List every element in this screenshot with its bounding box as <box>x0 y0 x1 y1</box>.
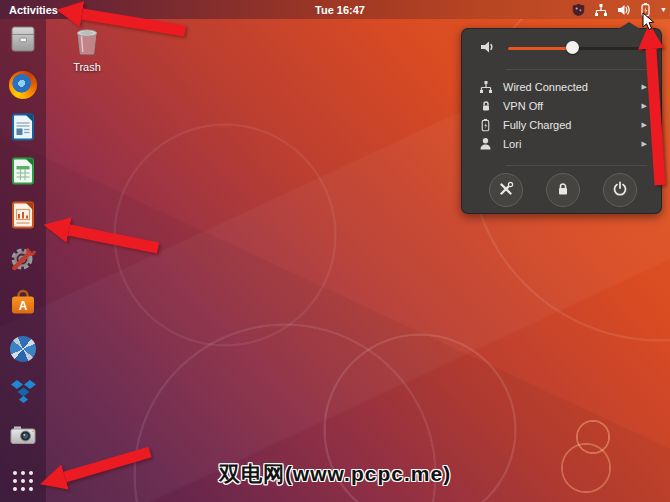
watermark-text: 双电网(www.pcpc.me) <box>0 460 670 488</box>
settings-button[interactable] <box>489 173 523 207</box>
dock-item-photos[interactable] <box>8 334 38 364</box>
settings-icon <box>498 181 514 199</box>
svg-text:A: A <box>19 299 28 313</box>
dock-item-camera[interactable] <box>8 422 38 452</box>
submenu-arrow-icon: ▶ <box>642 121 647 129</box>
clock[interactable]: Tue 16:47 <box>315 4 365 16</box>
dock-item-firefox[interactable] <box>8 70 38 100</box>
dropdown-caret-icon[interactable]: ▼ <box>660 6 667 13</box>
menu-item-label: Lori <box>503 138 642 150</box>
files-icon <box>8 24 38 58</box>
dock-item-libreoffice-calc[interactable] <box>8 158 38 188</box>
dock-item-dropbox[interactable] <box>8 378 38 408</box>
menu-item-label: Wired Connected <box>503 81 642 93</box>
trash-desktop-icon[interactable]: Trash <box>64 26 110 73</box>
speaker-icon <box>480 40 496 56</box>
lock-button[interactable] <box>546 173 580 207</box>
libreoffice-writer-icon <box>8 112 38 146</box>
submenu-arrow-icon: ▶ <box>642 83 647 91</box>
menu-notch <box>618 22 640 29</box>
submenu-arrow-icon: ▶ <box>642 102 647 110</box>
activities-button[interactable]: Activities <box>0 4 67 16</box>
user-icon <box>478 137 493 150</box>
vpn-lock-icon <box>478 99 493 113</box>
settings-tools-icon <box>8 244 38 278</box>
menu-separator <box>506 165 647 166</box>
camera-icon <box>8 420 38 454</box>
wired-network-icon[interactable] <box>594 3 608 17</box>
dock-item-libreoffice-impress[interactable] <box>8 202 38 232</box>
volume-icon[interactable] <box>617 4 631 16</box>
lock-icon <box>555 181 571 199</box>
power-button[interactable] <box>603 173 637 207</box>
menu-button-row <box>489 173 637 207</box>
dock: A <box>0 19 46 502</box>
menu-item-vpn[interactable]: VPN Off ▶ <box>478 96 651 115</box>
libreoffice-calc-icon <box>8 156 38 190</box>
system-tray[interactable]: ▼ <box>572 0 667 19</box>
top-bar: Activities Tue 16:47 <box>0 0 670 19</box>
menu-separator <box>506 69 647 70</box>
volume-fill <box>508 47 572 50</box>
system-menu: Wired Connected ▶ VPN Off ▶ Fully C <box>461 28 662 214</box>
menu-item-label: Fully Charged <box>503 119 642 131</box>
dock-item-settings[interactable] <box>8 246 38 276</box>
trash-label: Trash <box>64 61 110 73</box>
dock-item-libreoffice-writer[interactable] <box>8 114 38 144</box>
ubuntu-software-icon: A <box>8 288 38 322</box>
dropbox-icon <box>10 379 37 408</box>
dock-item-files[interactable] <box>8 26 38 56</box>
dock-item-ubuntu-software[interactable]: A <box>8 290 38 320</box>
menu-item-network[interactable]: Wired Connected ▶ <box>478 77 651 96</box>
menu-item-label: VPN Off <box>503 100 642 112</box>
power-icon <box>612 181 628 199</box>
wired-network-icon <box>478 80 493 94</box>
battery-icon <box>478 118 493 132</box>
volume-slider[interactable] <box>508 41 647 55</box>
photos-pinwheel-icon <box>10 336 36 362</box>
submenu-arrow-icon: ▶ <box>642 140 647 148</box>
shield-icon[interactable] <box>572 3 585 16</box>
trash-icon <box>73 42 101 59</box>
ubuntu-desktop: Activities Tue 16:47 <box>0 0 670 502</box>
battery-icon[interactable] <box>640 2 651 17</box>
libreoffice-impress-icon <box>8 200 38 234</box>
volume-knob[interactable] <box>566 41 579 54</box>
firefox-icon <box>9 71 37 99</box>
menu-item-user[interactable]: Lori ▶ <box>478 134 651 153</box>
menu-item-battery[interactable]: Fully Charged ▶ <box>478 115 651 134</box>
